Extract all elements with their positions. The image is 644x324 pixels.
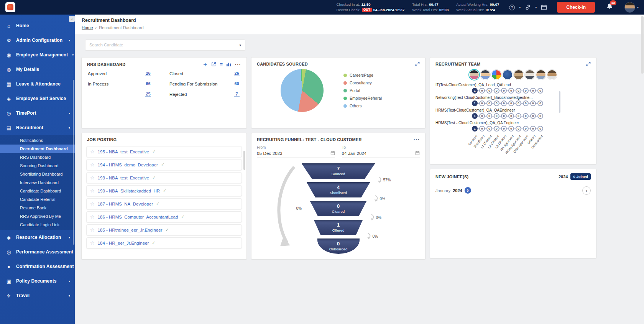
recruiter-avatar[interactable]: [480, 70, 490, 80]
stage-count-chip[interactable]: 0: [523, 126, 529, 132]
chevron-down-icon[interactable]: ▾: [519, 6, 521, 9]
stage-count-chip[interactable]: 1: [472, 126, 478, 132]
chart-view-icon[interactable]: [226, 62, 231, 67]
star-icon[interactable]: ☆: [90, 214, 95, 220]
stage-count-chip[interactable]: 0: [494, 126, 499, 132]
add-icon[interactable]: ＋: [202, 62, 208, 66]
stage-count-chip[interactable]: 0: [479, 126, 485, 132]
star-icon[interactable]: ☆: [90, 227, 95, 233]
stage-count-chip[interactable]: 0: [479, 88, 485, 94]
user-menu[interactable]: ▾: [624, 2, 639, 13]
sidebar-collapse-button[interactable]: ‹: [69, 16, 75, 22]
stage-count-chip[interactable]: 0: [530, 126, 536, 132]
sidebar-item-recruitment[interactable]: ▤ Recruitment ▾: [0, 120, 75, 135]
export-icon[interactable]: [211, 62, 216, 67]
job-title-link[interactable]: 190 - NBA_Skillstackadded_HR: [98, 189, 160, 193]
stage-count-chip[interactable]: 0: [479, 100, 485, 106]
from-date-input[interactable]: 05-Dec-2023: [257, 151, 335, 158]
stage-count-chip[interactable]: 0: [530, 100, 536, 106]
list-view-icon[interactable]: ≡: [220, 62, 223, 66]
recruiter-avatar[interactable]: [503, 70, 513, 80]
stage-count-chip[interactable]: 0: [537, 113, 543, 119]
help-icon[interactable]: ?: [509, 5, 515, 10]
recruiter-avatar[interactable]: [491, 70, 501, 80]
sidebar-item-policy-documents[interactable]: ▣ Policy Documents ▾: [0, 274, 75, 288]
stage-count-chip[interactable]: 0: [494, 100, 499, 106]
sidebar-item-employee-self-service[interactable]: ◈ Employee Self Service: [0, 91, 75, 106]
job-posting-row[interactable]: ☆185 - HRtrainee_eer_Jr.Engineer✓: [86, 224, 242, 235]
sidebar-item-rrs-dashboard[interactable]: RRS Dashboard: [0, 153, 75, 161]
stage-count-chip[interactable]: 1: [472, 100, 478, 106]
job-posting-row[interactable]: ☆195 - NBA_test_Executive✓: [86, 146, 242, 157]
job-title-link[interactable]: 194 - HRMS_demo_Developer: [98, 163, 158, 167]
chevron-down-icon[interactable]: ▾: [239, 43, 241, 47]
stage-count-chip[interactable]: 0: [508, 100, 514, 106]
stage-count-chip[interactable]: 0: [494, 113, 499, 119]
link-icon[interactable]: [525, 4, 531, 10]
check-in-button[interactable]: Check-In: [557, 2, 595, 13]
stage-count-chip[interactable]: 1: [472, 88, 478, 94]
sidebar-item-sourcing-dashboard[interactable]: Sourcing Dashboard: [0, 161, 75, 170]
sidebar-item-travel[interactable]: ✈ Travel ▾: [0, 288, 75, 303]
job-posting-row[interactable]: ☆193 - NBA_test_Executive✓: [86, 172, 242, 183]
stage-count-chip[interactable]: 0: [516, 100, 521, 106]
sidebar-item-my-details[interactable]: ◍ My Details: [0, 62, 75, 77]
sidebar-item-home[interactable]: ⌂ Home: [0, 18, 75, 33]
stage-count-chip[interactable]: 0: [516, 126, 521, 132]
rrs-stat-value-link[interactable]: 25: [145, 92, 151, 97]
stage-count-chip[interactable]: 0: [537, 126, 543, 132]
rrs-stat-value-link[interactable]: 60: [234, 81, 240, 86]
sidebar-item-candidate-login-link[interactable]: Candidate Login Link: [0, 220, 75, 229]
team-scrollbar[interactable]: [559, 91, 560, 113]
calendar-icon[interactable]: [541, 4, 547, 10]
stage-count-chip[interactable]: 0: [486, 88, 492, 94]
job-posting-row[interactable]: ☆184 - HR_eer_Jr.Engineer✓: [86, 237, 242, 248]
stage-count-chip[interactable]: 1: [472, 113, 478, 119]
stage-count-chip[interactable]: 0: [486, 113, 492, 119]
job-title-link[interactable]: 184 - HR_eer_Jr.Engineer: [98, 241, 149, 245]
stage-count-chip[interactable]: 0: [486, 100, 492, 106]
sidebar-item-candidate-dashboard[interactable]: Candidate Dashboard: [0, 187, 75, 195]
job-title-link[interactable]: 186 - HRMS_Computer_AccountantLead: [98, 215, 178, 219]
user-avatar[interactable]: [624, 2, 635, 13]
stage-count-chip[interactable]: 0: [523, 88, 529, 94]
stage-count-chip[interactable]: 0: [508, 113, 514, 119]
stage-count-chip[interactable]: 0: [508, 88, 514, 94]
stage-count-chip[interactable]: 0: [523, 113, 529, 119]
previous-month-button[interactable]: ‹: [582, 186, 591, 195]
to-date-input[interactable]: 04-Jan-2024: [342, 151, 420, 158]
job-title-link[interactable]: 185 - HRtrainee_eer_Jr.Engineer: [98, 228, 163, 232]
stage-count-chip[interactable]: 0: [501, 100, 507, 106]
sidebar-item-performance-assessment[interactable]: ◎ Performance Assessment ▾: [0, 245, 75, 259]
stage-count-chip[interactable]: 0: [501, 126, 507, 132]
sidebar-item-interview-dashboard[interactable]: Interview Dashboard: [0, 178, 75, 187]
stage-count-chip[interactable]: 0: [501, 88, 507, 94]
recruiter-avatar[interactable]: [514, 70, 524, 80]
app-logo[interactable]: [5, 2, 15, 12]
search-input[interactable]: [89, 41, 236, 49]
job-posting-row[interactable]: ☆190 - NBA_Skillstackadded_HR✓: [86, 185, 242, 196]
sidebar-item-leave-attendance[interactable]: ▦ Leave & Attendance: [0, 77, 75, 91]
job-posting-row[interactable]: ☆187 - HRMS_NA_Developer✓: [86, 198, 242, 209]
stage-count-chip[interactable]: 0: [486, 126, 492, 132]
notifications-bell[interactable]: 33: [606, 3, 613, 12]
star-icon[interactable]: ☆: [90, 240, 95, 246]
recruiter-avatar[interactable]: [536, 70, 546, 80]
job-posting-row[interactable]: ☆194 - HRMS_demo_Developer✓: [86, 159, 242, 170]
stage-count-chip[interactable]: 0: [523, 100, 529, 106]
sidebar-item-candidate-referral[interactable]: Candidate Referral: [0, 195, 75, 204]
stage-count-chip[interactable]: 0: [501, 113, 507, 119]
job-list-scrollbar[interactable]: [243, 151, 245, 170]
chevron-down-icon[interactable]: ▾: [535, 6, 537, 9]
stage-count-chip[interactable]: 0: [516, 88, 521, 94]
rrs-stat-value-link[interactable]: 66: [145, 81, 151, 86]
stage-count-chip[interactable]: 0: [479, 113, 485, 119]
sidebar-item-confirmation-assessment[interactable]: ● Confirmation Assessment ▾: [0, 259, 75, 274]
star-icon[interactable]: ☆: [90, 162, 95, 168]
recruiter-avatar[interactable]: [547, 70, 557, 80]
job-title-link[interactable]: 187 - HRMS_NA_Developer: [98, 202, 153, 206]
sidebar-scrollbar[interactable]: [73, 80, 74, 245]
star-icon[interactable]: ☆: [90, 188, 95, 194]
sidebar-item-admin-configuration[interactable]: ⚙ Admin Configuration ▾: [0, 33, 75, 48]
expand-icon[interactable]: [586, 62, 591, 66]
